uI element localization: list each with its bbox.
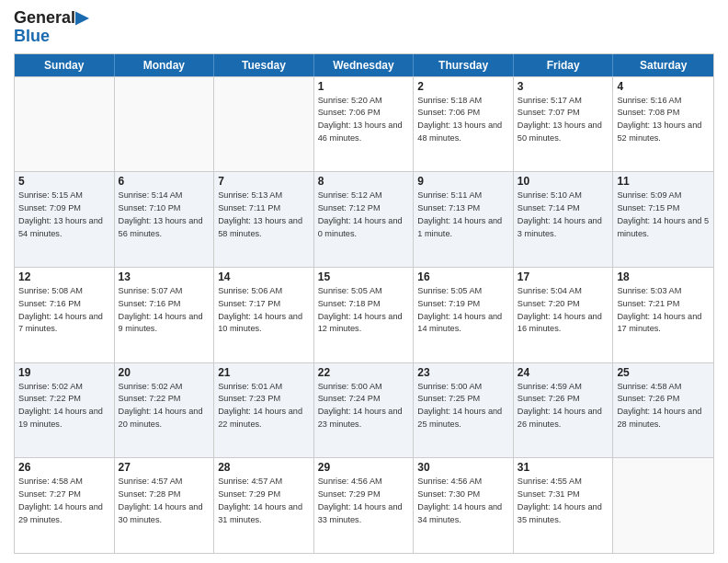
sun-info: Sunrise: 4:59 AMSunset: 7:26 PMDaylight:…	[518, 381, 609, 431]
calendar-row-3: 12Sunrise: 5:08 AMSunset: 7:16 PMDayligh…	[15, 267, 713, 362]
empty-cell-r0c0	[15, 77, 115, 172]
empty-cell-r0c1	[115, 77, 215, 172]
sun-info: Sunrise: 5:14 AMSunset: 7:10 PMDaylight:…	[119, 190, 210, 240]
day-cell-24: 24Sunrise: 4:59 AMSunset: 7:26 PMDayligh…	[514, 363, 614, 458]
sun-info: Sunrise: 5:01 AMSunset: 7:23 PMDaylight:…	[218, 381, 310, 431]
calendar-row-4: 19Sunrise: 5:02 AMSunset: 7:22 PMDayligh…	[15, 362, 713, 458]
day-number: 29	[318, 461, 410, 474]
sun-info: Sunrise: 5:12 AMSunset: 7:12 PMDaylight:…	[318, 190, 410, 240]
sun-info: Sunrise: 5:07 AMSunset: 7:16 PMDaylight:…	[119, 285, 210, 336]
day-cell-31: 31Sunrise: 4:55 AMSunset: 7:31 PMDayligh…	[514, 458, 614, 553]
calendar: SundayMondayTuesdayWednesdayThursdayFrid…	[14, 53, 714, 554]
sun-info: Sunrise: 5:13 AMSunset: 7:11 PMDaylight:…	[218, 190, 310, 240]
sun-info: Sunrise: 5:15 AMSunset: 7:09 PMDaylight:…	[18, 190, 110, 240]
header: General▶ Blue	[14, 9, 714, 46]
day-cell-9: 9Sunrise: 5:11 AMSunset: 7:13 PMDaylight…	[414, 172, 514, 267]
weekday-header-wednesday: Wednesday	[314, 54, 415, 76]
sun-info: Sunrise: 5:02 AMSunset: 7:22 PMDaylight:…	[18, 381, 110, 431]
empty-cell-r4c6	[613, 458, 713, 553]
sun-info: Sunrise: 5:05 AMSunset: 7:18 PMDaylight:…	[318, 285, 410, 336]
day-cell-13: 13Sunrise: 5:07 AMSunset: 7:16 PMDayligh…	[115, 268, 215, 362]
day-number: 17	[518, 270, 609, 283]
sun-info: Sunrise: 5:20 AMSunset: 7:06 PMDaylight:…	[318, 95, 410, 145]
day-cell-1: 1Sunrise: 5:20 AMSunset: 7:06 PMDaylight…	[314, 77, 415, 172]
day-cell-8: 8Sunrise: 5:12 AMSunset: 7:12 PMDaylight…	[314, 172, 415, 267]
day-number: 6	[119, 175, 210, 188]
day-cell-15: 15Sunrise: 5:05 AMSunset: 7:18 PMDayligh…	[314, 268, 415, 362]
day-cell-3: 3Sunrise: 5:17 AMSunset: 7:07 PMDaylight…	[514, 77, 614, 172]
day-number: 9	[417, 175, 509, 188]
day-cell-28: 28Sunrise: 4:57 AMSunset: 7:29 PMDayligh…	[214, 458, 314, 553]
sun-info: Sunrise: 5:11 AMSunset: 7:13 PMDaylight:…	[417, 190, 509, 240]
day-number: 3	[518, 80, 609, 93]
weekday-header-sunday: Sunday	[15, 54, 115, 76]
day-cell-18: 18Sunrise: 5:03 AMSunset: 7:21 PMDayligh…	[613, 268, 713, 362]
sun-info: Sunrise: 5:10 AMSunset: 7:14 PMDaylight:…	[518, 190, 609, 240]
day-cell-27: 27Sunrise: 4:57 AMSunset: 7:28 PMDayligh…	[115, 458, 215, 553]
day-number: 19	[18, 366, 110, 379]
sun-info: Sunrise: 4:58 AMSunset: 7:26 PMDaylight:…	[617, 381, 710, 431]
day-number: 14	[218, 270, 310, 283]
logo-text: General▶	[14, 9, 88, 28]
sun-info: Sunrise: 5:18 AMSunset: 7:06 PMDaylight:…	[417, 95, 509, 145]
sun-info: Sunrise: 4:56 AMSunset: 7:30 PMDaylight:…	[417, 476, 509, 526]
weekday-header-thursday: Thursday	[414, 54, 514, 76]
day-cell-6: 6Sunrise: 5:14 AMSunset: 7:10 PMDaylight…	[115, 172, 215, 267]
weekday-header-monday: Monday	[115, 54, 215, 76]
day-number: 28	[218, 461, 310, 474]
day-number: 21	[218, 366, 310, 379]
day-number: 7	[218, 175, 310, 188]
day-number: 24	[518, 366, 609, 379]
day-cell-2: 2Sunrise: 5:18 AMSunset: 7:06 PMDaylight…	[414, 77, 514, 172]
day-cell-11: 11Sunrise: 5:09 AMSunset: 7:15 PMDayligh…	[613, 172, 713, 267]
sun-info: Sunrise: 5:00 AMSunset: 7:24 PMDaylight:…	[318, 381, 410, 431]
weekday-header-friday: Friday	[514, 54, 614, 76]
page: General▶ Blue SundayMondayTuesdayWednesd…	[0, 0, 728, 563]
calendar-header: SundayMondayTuesdayWednesdayThursdayFrid…	[15, 54, 713, 76]
day-cell-20: 20Sunrise: 5:02 AMSunset: 7:22 PMDayligh…	[115, 363, 215, 458]
sun-info: Sunrise: 5:17 AMSunset: 7:07 PMDaylight:…	[518, 95, 609, 145]
sun-info: Sunrise: 5:05 AMSunset: 7:19 PMDaylight:…	[417, 285, 509, 336]
day-cell-12: 12Sunrise: 5:08 AMSunset: 7:16 PMDayligh…	[15, 268, 115, 362]
day-number: 13	[119, 270, 210, 283]
day-cell-17: 17Sunrise: 5:04 AMSunset: 7:20 PMDayligh…	[514, 268, 614, 362]
day-number: 25	[617, 366, 710, 379]
logo: General▶ Blue	[14, 9, 88, 46]
empty-cell-r0c2	[214, 77, 314, 172]
day-number: 20	[119, 366, 210, 379]
day-number: 15	[318, 270, 410, 283]
sun-info: Sunrise: 5:06 AMSunset: 7:17 PMDaylight:…	[218, 285, 310, 336]
day-cell-23: 23Sunrise: 5:00 AMSunset: 7:25 PMDayligh…	[414, 363, 514, 458]
day-number: 31	[518, 461, 609, 474]
sun-info: Sunrise: 4:57 AMSunset: 7:29 PMDaylight:…	[218, 476, 310, 526]
day-number: 23	[417, 366, 509, 379]
day-number: 27	[119, 461, 210, 474]
day-cell-25: 25Sunrise: 4:58 AMSunset: 7:26 PMDayligh…	[613, 363, 713, 458]
day-number: 11	[617, 175, 710, 188]
day-number: 30	[417, 461, 509, 474]
day-cell-5: 5Sunrise: 5:15 AMSunset: 7:09 PMDaylight…	[15, 172, 115, 267]
day-number: 2	[417, 80, 509, 93]
calendar-row-2: 5Sunrise: 5:15 AMSunset: 7:09 PMDaylight…	[15, 171, 713, 267]
day-cell-16: 16Sunrise: 5:05 AMSunset: 7:19 PMDayligh…	[414, 268, 514, 362]
day-number: 16	[417, 270, 509, 283]
day-number: 22	[318, 366, 410, 379]
day-cell-10: 10Sunrise: 5:10 AMSunset: 7:14 PMDayligh…	[514, 172, 614, 267]
calendar-row-1: 1Sunrise: 5:20 AMSunset: 7:06 PMDaylight…	[15, 76, 713, 172]
sun-info: Sunrise: 4:55 AMSunset: 7:31 PMDaylight:…	[518, 476, 609, 526]
day-cell-4: 4Sunrise: 5:16 AMSunset: 7:08 PMDaylight…	[613, 77, 713, 172]
day-cell-21: 21Sunrise: 5:01 AMSunset: 7:23 PMDayligh…	[214, 363, 314, 458]
sun-info: Sunrise: 5:00 AMSunset: 7:25 PMDaylight:…	[417, 381, 509, 431]
sun-info: Sunrise: 5:16 AMSunset: 7:08 PMDaylight:…	[617, 95, 710, 145]
calendar-body: 1Sunrise: 5:20 AMSunset: 7:06 PMDaylight…	[15, 76, 713, 553]
day-cell-29: 29Sunrise: 4:56 AMSunset: 7:29 PMDayligh…	[314, 458, 415, 553]
day-cell-7: 7Sunrise: 5:13 AMSunset: 7:11 PMDaylight…	[214, 172, 314, 267]
sun-info: Sunrise: 4:57 AMSunset: 7:28 PMDaylight:…	[119, 476, 210, 526]
day-cell-14: 14Sunrise: 5:06 AMSunset: 7:17 PMDayligh…	[214, 268, 314, 362]
sun-info: Sunrise: 4:56 AMSunset: 7:29 PMDaylight:…	[318, 476, 410, 526]
day-number: 12	[18, 270, 110, 283]
day-cell-22: 22Sunrise: 5:00 AMSunset: 7:24 PMDayligh…	[314, 363, 415, 458]
day-number: 4	[617, 80, 710, 93]
day-cell-19: 19Sunrise: 5:02 AMSunset: 7:22 PMDayligh…	[15, 363, 115, 458]
day-number: 8	[318, 175, 410, 188]
